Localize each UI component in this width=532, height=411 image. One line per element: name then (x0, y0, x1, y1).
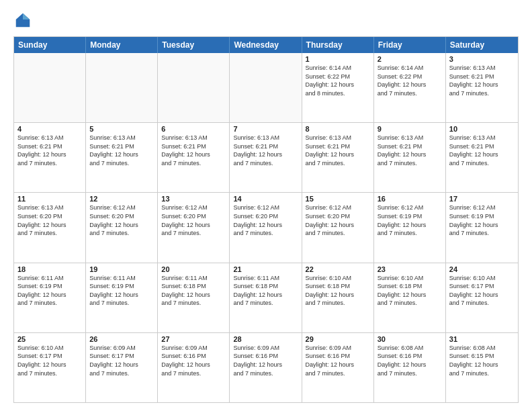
cell-info-line: Sunset: 6:20 PM (161, 212, 226, 221)
cell-info-line: and 7 minutes. (378, 89, 442, 98)
cell-info-line: and 7 minutes. (306, 159, 370, 168)
cell-info-line: Sunset: 6:15 PM (449, 352, 515, 361)
cell-info-line: Daylight: 12 hours (378, 81, 442, 89)
calendar-cell-30: 30Sunrise: 6:08 AMSunset: 6:16 PMDayligh… (374, 333, 446, 402)
header-day-thursday: Thursday (302, 37, 374, 53)
cell-info-line: and 7 minutes. (449, 369, 515, 378)
header-day-friday: Friday (374, 37, 446, 53)
calendar-cell-12: 12Sunrise: 6:12 AMSunset: 6:20 PMDayligh… (86, 193, 158, 262)
calendar-cell-1: 1Sunrise: 6:14 AMSunset: 6:22 PMDaylight… (302, 53, 374, 122)
cell-info-line: Sunrise: 6:09 AM (233, 344, 298, 353)
calendar-cell-8: 8Sunrise: 6:13 AMSunset: 6:21 PMDaylight… (302, 123, 374, 192)
cell-info-line: Sunrise: 6:10 AM (378, 274, 442, 283)
calendar-cell-17: 17Sunrise: 6:12 AMSunset: 6:19 PMDayligh… (446, 193, 518, 262)
cell-info-line: Daylight: 12 hours (233, 361, 298, 369)
cell-info-line: Sunrise: 6:13 AM (449, 134, 515, 142)
cell-info-line: Daylight: 12 hours (233, 150, 298, 159)
cell-info-line: Daylight: 12 hours (449, 221, 515, 230)
cell-info-line: Daylight: 12 hours (378, 291, 442, 300)
day-number: 14 (233, 195, 298, 203)
cell-info-line: Sunrise: 6:12 AM (378, 203, 442, 212)
cell-info-line: Daylight: 12 hours (161, 291, 226, 300)
calendar-cell-21: 21Sunrise: 6:11 AMSunset: 6:18 PMDayligh… (230, 263, 302, 332)
cell-info-line: and 7 minutes. (17, 299, 82, 308)
cell-info-line: Sunset: 6:16 PM (161, 352, 226, 361)
cell-info-line: Daylight: 12 hours (378, 150, 442, 159)
cell-info-line: Sunset: 6:21 PM (378, 142, 442, 151)
cell-info-line: and 7 minutes. (233, 369, 298, 378)
cell-info-line: and 7 minutes. (306, 229, 370, 238)
day-number: 26 (89, 335, 154, 343)
cell-info-line: and 7 minutes. (306, 299, 370, 308)
day-number: 21 (233, 265, 298, 273)
day-number: 29 (306, 335, 370, 343)
cell-info-line: Daylight: 12 hours (233, 291, 298, 300)
cell-info-line: Sunrise: 6:10 AM (449, 274, 515, 283)
cell-info-line: Sunset: 6:21 PM (17, 142, 82, 151)
day-number: 8 (306, 125, 370, 133)
cell-info-line: Daylight: 12 hours (89, 150, 154, 159)
logo (13, 11, 35, 30)
calendar-row-4: 25Sunrise: 6:10 AMSunset: 6:17 PMDayligh… (14, 333, 518, 402)
day-number: 4 (17, 125, 82, 133)
cell-info-line: Sunrise: 6:13 AM (17, 134, 82, 142)
calendar-cell-10: 10Sunrise: 6:13 AMSunset: 6:21 PMDayligh… (446, 123, 518, 192)
calendar-cell-9: 9Sunrise: 6:13 AMSunset: 6:21 PMDaylight… (374, 123, 446, 192)
cell-info-line: Sunrise: 6:12 AM (449, 203, 515, 212)
cell-info-line: Daylight: 12 hours (17, 150, 82, 159)
calendar-cell-3: 3Sunrise: 6:13 AMSunset: 6:21 PMDaylight… (446, 53, 518, 122)
cell-info-line: Sunrise: 6:13 AM (17, 203, 82, 212)
cell-info-line: and 7 minutes. (161, 299, 226, 308)
header-day-monday: Monday (86, 37, 158, 53)
day-number: 10 (449, 125, 515, 133)
cell-info-line: Sunrise: 6:12 AM (161, 203, 226, 212)
day-number: 31 (449, 335, 515, 343)
cell-info-line: Daylight: 12 hours (449, 361, 515, 369)
cell-info-line: Sunrise: 6:13 AM (378, 134, 442, 142)
cell-info-line: and 7 minutes. (449, 159, 515, 168)
day-number: 17 (449, 195, 515, 203)
cell-info-line: and 7 minutes. (449, 299, 515, 308)
calendar-cell-6: 6Sunrise: 6:13 AMSunset: 6:21 PMDaylight… (158, 123, 230, 192)
logo-icon (13, 11, 32, 30)
cell-info-line: Sunrise: 6:14 AM (306, 64, 370, 73)
calendar-cell-23: 23Sunrise: 6:10 AMSunset: 6:18 PMDayligh… (374, 263, 446, 332)
day-number: 6 (161, 125, 226, 133)
day-number: 12 (89, 195, 154, 203)
cell-info-line: Sunrise: 6:13 AM (233, 134, 298, 142)
calendar-cell-27: 27Sunrise: 6:09 AMSunset: 6:16 PMDayligh… (158, 333, 230, 402)
cell-info-line: Sunrise: 6:11 AM (89, 274, 154, 283)
page: SundayMondayTuesdayWednesdayThursdayFrid… (0, 0, 532, 411)
cell-info-line: Sunset: 6:16 PM (233, 352, 298, 361)
cell-info-line: and 7 minutes. (17, 369, 82, 378)
cell-info-line: Sunset: 6:20 PM (17, 212, 82, 221)
calendar-row-3: 18Sunrise: 6:11 AMSunset: 6:19 PMDayligh… (14, 263, 518, 333)
cell-info-line: and 7 minutes. (233, 299, 298, 308)
day-number: 16 (378, 195, 442, 203)
cell-info-line: Sunset: 6:19 PM (17, 282, 82, 291)
cell-info-line: and 7 minutes. (161, 159, 226, 168)
cell-info-line: Sunrise: 6:08 AM (378, 344, 442, 353)
calendar-cell-19: 19Sunrise: 6:11 AMSunset: 6:19 PMDayligh… (86, 263, 158, 332)
svg-marker-1 (23, 13, 30, 19)
cell-info-line: and 7 minutes. (17, 229, 82, 238)
cell-info-line: Daylight: 12 hours (89, 221, 154, 230)
header-day-sunday: Sunday (14, 37, 86, 53)
day-number: 19 (89, 265, 154, 273)
cell-info-line: and 7 minutes. (89, 299, 154, 308)
day-number: 27 (161, 335, 226, 343)
cell-info-line: Sunrise: 6:08 AM (449, 344, 515, 353)
cell-info-line: Sunset: 6:17 PM (17, 352, 82, 361)
cell-info-line: Daylight: 12 hours (17, 291, 82, 300)
cell-info-line: and 7 minutes. (378, 369, 442, 378)
day-number: 20 (161, 265, 226, 273)
cell-info-line: Sunset: 6:21 PM (449, 73, 515, 81)
cell-info-line: and 7 minutes. (89, 369, 154, 378)
cell-info-line: Daylight: 12 hours (233, 221, 298, 230)
calendar-cell-14: 14Sunrise: 6:12 AMSunset: 6:20 PMDayligh… (230, 193, 302, 262)
cell-info-line: Sunrise: 6:12 AM (306, 203, 370, 212)
cell-info-line: Sunrise: 6:10 AM (306, 274, 370, 283)
cell-info-line: Sunrise: 6:12 AM (233, 203, 298, 212)
cell-info-line: Daylight: 12 hours (378, 221, 442, 230)
cell-info-line: Sunset: 6:18 PM (306, 282, 370, 291)
